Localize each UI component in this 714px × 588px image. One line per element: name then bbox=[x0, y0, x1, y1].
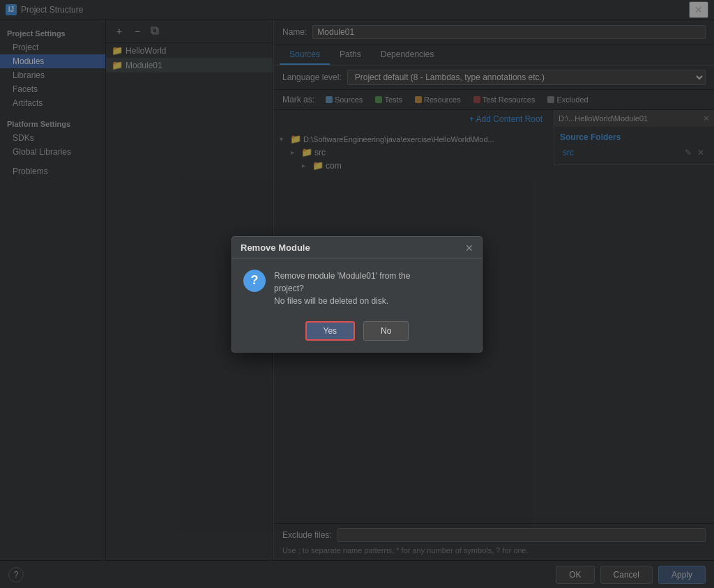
dialog-overlay: Remove Module ✕ ? Remove module 'Module0… bbox=[0, 0, 714, 588]
dialog-title: Remove Module bbox=[241, 242, 310, 253]
dialog-body: ? Remove module 'Module01' from the proj… bbox=[232, 258, 482, 316]
dialog-message: Remove module 'Module01' from the projec… bbox=[274, 270, 410, 307]
dialog-no-button[interactable]: No bbox=[363, 321, 409, 341]
remove-module-dialog: Remove Module ✕ ? Remove module 'Module0… bbox=[231, 236, 483, 353]
dialog-close-button[interactable]: ✕ bbox=[465, 242, 473, 254]
dialog-yes-button[interactable]: Yes bbox=[305, 321, 356, 341]
dialog-question-icon: ? bbox=[243, 270, 266, 292]
dialog-title-bar: Remove Module ✕ bbox=[232, 237, 482, 258]
dialog-buttons: Yes No bbox=[232, 316, 482, 352]
